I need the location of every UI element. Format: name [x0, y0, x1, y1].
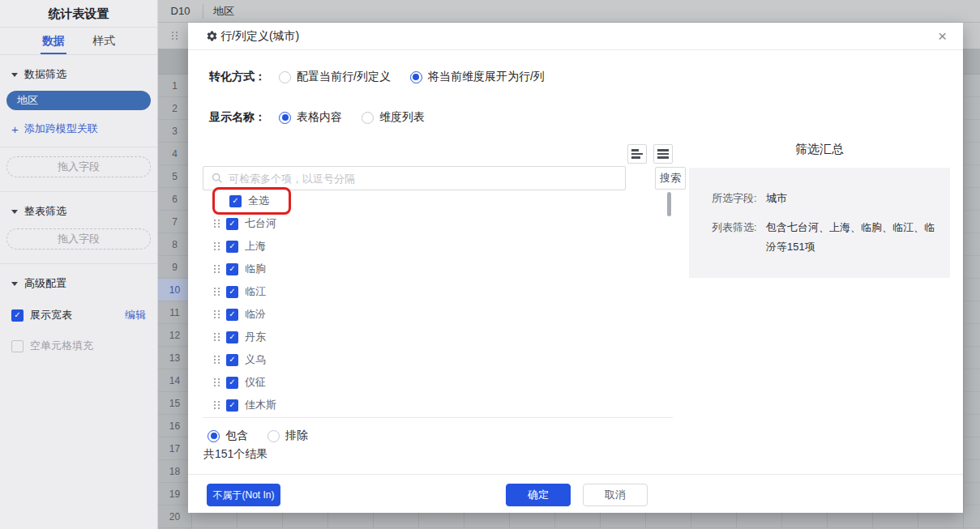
- row-number[interactable]: 20: [158, 506, 191, 528]
- edit-link[interactable]: 编辑: [125, 308, 146, 322]
- item-checkbox[interactable]: ✓: [226, 399, 238, 412]
- radio-dimension-list[interactable]: 维度列表: [362, 110, 425, 125]
- drag-handle-icon[interactable]: [213, 219, 220, 228]
- select-all-row[interactable]: ✓ 全选: [203, 190, 673, 212]
- dialog-header: 行/列定义(城市) ×: [188, 23, 963, 50]
- row-number[interactable]: 16: [158, 415, 191, 437]
- section-advanced[interactable]: 高级配置: [0, 275, 157, 292]
- collapse-triangle-icon: [11, 282, 18, 286]
- drag-handle-icon[interactable]: [213, 241, 220, 251]
- radio-table-content[interactable]: 表格内容: [279, 110, 342, 125]
- wide-table-checkbox[interactable]: ✓: [11, 309, 24, 322]
- row-col-definition-dialog: 行/列定义(城市) × 转化方式： 配置当前行/列定义 将当前维度展开为行/列 …: [188, 23, 963, 513]
- field-dropzone[interactable]: 拖入字段: [6, 156, 151, 177]
- radio-include[interactable]: 包含: [208, 429, 248, 443]
- transform-mode-row: 转化方式： 配置当前行/列定义 将当前维度展开为行/列: [209, 70, 545, 84]
- collapse-triangle-icon: [11, 210, 18, 214]
- item-label: 上海: [245, 239, 266, 254]
- dimension-list-item[interactable]: ✓ 七台河: [203, 212, 673, 235]
- dimension-list-item[interactable]: ✓ 临江: [203, 280, 673, 303]
- divider: [203, 417, 673, 418]
- ok-button[interactable]: 确定: [506, 484, 571, 506]
- divider: [0, 147, 157, 147]
- field-dropzone[interactable]: 拖入字段: [6, 228, 151, 250]
- radio-icon: [267, 430, 280, 442]
- item-checkbox[interactable]: ✓: [226, 286, 238, 298]
- include-exclude-row: 包含 排除: [208, 426, 308, 446]
- search-button[interactable]: 搜索: [655, 167, 686, 190]
- radio-configure-current[interactable]: 配置当前行/列定义: [279, 70, 391, 84]
- drag-handle-icon[interactable]: [213, 287, 220, 296]
- section-table-filter[interactable]: 整表筛选: [0, 203, 157, 220]
- item-label: 义乌: [245, 352, 266, 367]
- dimension-list-item[interactable]: ✓ 临朐: [203, 258, 673, 280]
- row-number[interactable]: 8: [158, 233, 191, 256]
- field-chip-region[interactable]: 地区: [6, 91, 151, 110]
- cancel-button[interactable]: 取消: [583, 484, 648, 506]
- not-in-button[interactable]: 不属于(Not In): [207, 484, 280, 506]
- dimension-list-item[interactable]: ✓ 仪征: [203, 371, 673, 394]
- item-label: 七台河: [245, 216, 276, 231]
- row-number[interactable]: 1: [158, 75, 191, 97]
- empty-fill-row: 空单元格填充: [0, 339, 157, 353]
- row-number[interactable]: 3: [158, 120, 191, 143]
- radio-icon: [362, 112, 374, 124]
- cell-reference-box[interactable]: D10: [158, 5, 203, 17]
- item-checkbox[interactable]: ✓: [226, 377, 238, 389]
- row-number[interactable]: 4: [158, 143, 191, 165]
- item-checkbox[interactable]: ✓: [226, 331, 238, 343]
- empty-fill-checkbox[interactable]: [11, 340, 24, 352]
- dimension-list-item[interactable]: ✓ 临汾: [203, 303, 673, 326]
- divider: [0, 191, 157, 192]
- dimension-list-item[interactable]: ✓ 上海: [203, 235, 673, 258]
- item-checkbox[interactable]: ✓: [226, 241, 238, 253]
- drag-handle-icon[interactable]: [213, 378, 220, 387]
- dimension-list-item[interactable]: ✓ 丹东: [203, 326, 673, 348]
- item-label: 仪征: [245, 375, 266, 390]
- list-scrollbar[interactable]: [667, 192, 671, 216]
- item-checkbox[interactable]: ✓: [226, 263, 238, 275]
- formula-value[interactable]: 地区: [213, 4, 234, 19]
- row-number[interactable]: 18: [158, 460, 191, 483]
- radio-exclude[interactable]: 排除: [267, 429, 308, 443]
- tab-style[interactable]: 样式: [92, 28, 115, 54]
- add-cross-model-link[interactable]: + 添加跨模型关联: [0, 122, 157, 136]
- close-icon[interactable]: ×: [938, 28, 947, 44]
- select-all-checkbox[interactable]: ✓: [229, 195, 242, 207]
- drag-handle-icon[interactable]: [171, 31, 178, 41]
- dimension-checkbox-list: ✓ 全选 ✓ 七台河 ✓ 上海 ✓ 临朐 ✓ 临江 ✓ 临汾 ✓ 丹东 ✓ 义乌: [203, 190, 673, 416]
- row-number[interactable]: 17: [158, 437, 191, 460]
- row-number[interactable]: 14: [158, 369, 191, 392]
- item-checkbox[interactable]: ✓: [226, 218, 238, 230]
- row-number[interactable]: 12: [158, 324, 191, 347]
- row-number[interactable]: 5: [158, 165, 191, 188]
- drag-handle-icon[interactable]: [213, 309, 220, 319]
- search-input[interactable]: [229, 173, 617, 185]
- tab-data[interactable]: 数据: [42, 28, 65, 54]
- drag-handle-icon[interactable]: [213, 355, 220, 365]
- list-view-icon[interactable]: [653, 144, 673, 164]
- dimension-list-item[interactable]: ✓ 佳木斯: [203, 394, 673, 416]
- row-number[interactable]: 7: [158, 211, 191, 233]
- row-number[interactable]: 13: [158, 347, 191, 369]
- row-number[interactable]: 15: [158, 392, 191, 415]
- settings-sidebar: 统计表设置 数据 样式 数据筛选 地区 + 添加跨模型关联 拖入字段 整表筛选 …: [0, 0, 158, 529]
- dimension-list-item[interactable]: ✓ 义乌: [203, 348, 673, 371]
- summary-row: 所选字段: 城市: [712, 189, 950, 208]
- item-checkbox[interactable]: ✓: [226, 309, 238, 321]
- drag-handle-icon[interactable]: [213, 264, 220, 274]
- radio-expand-dimension[interactable]: 将当前维度展开为行/列: [410, 70, 545, 84]
- row-number[interactable]: 19: [158, 483, 191, 506]
- section-data-filter[interactable]: 数据筛选: [0, 66, 157, 83]
- row-number[interactable]: 6: [158, 188, 191, 211]
- item-label: 丹东: [245, 330, 266, 344]
- item-checkbox[interactable]: ✓: [226, 354, 238, 366]
- row-number[interactable]: 10: [158, 279, 191, 301]
- drag-handle-icon[interactable]: [213, 332, 220, 342]
- row-number[interactable]: 2: [158, 97, 191, 120]
- sort-icon[interactable]: [627, 144, 647, 164]
- row-number[interactable]: 9: [158, 256, 191, 279]
- row-number[interactable]: 11: [158, 301, 191, 324]
- search-icon: [212, 173, 223, 184]
- drag-handle-icon[interactable]: [213, 400, 220, 410]
